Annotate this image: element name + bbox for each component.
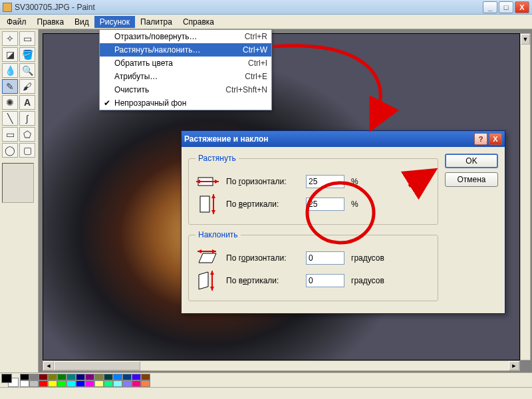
tool-roundrect[interactable]: ▢: [19, 143, 35, 158]
menu-help[interactable]: Справка: [178, 16, 219, 28]
color-swatch[interactable]: [132, 380, 141, 387]
color-swatch[interactable]: [122, 380, 132, 387]
svg-marker-6: [211, 194, 215, 198]
color-swatch[interactable]: [113, 374, 122, 380]
window-title: SV300705.JPG - Paint: [15, 3, 95, 12]
app-icon: [3, 3, 12, 12]
image-menu-dropdown: Отразить/повернуть…Ctrl+R Растянуть/накл…: [99, 29, 272, 110]
menu-item-attributes[interactable]: Атрибуты…Ctrl+E: [100, 70, 271, 83]
maximize-button[interactable]: □: [499, 1, 513, 13]
statusbar: [0, 387, 532, 399]
tool-polygon[interactable]: ⬠: [19, 127, 35, 142]
stretch-skew-dialog: Растяжение и наклон ? X Растянуть По гор…: [181, 130, 505, 314]
skew-h-input[interactable]: [306, 251, 344, 265]
stretch-h-icon: [196, 172, 219, 191]
menu-file[interactable]: Файл: [1, 16, 32, 28]
tool-fill[interactable]: 🪣: [19, 47, 35, 62]
foreground-color-swatch[interactable]: [1, 374, 12, 383]
color-swatch[interactable]: [29, 380, 39, 387]
stretch-h-input[interactable]: [306, 175, 344, 188]
skew-v-input[interactable]: [306, 274, 344, 287]
color-swatch[interactable]: [66, 380, 76, 387]
menu-item-flip-rotate[interactable]: Отразить/повернуть…Ctrl+R: [100, 30, 271, 43]
tool-ellipse[interactable]: ◯: [2, 143, 18, 158]
color-swatch[interactable]: [20, 380, 29, 387]
color-swatch[interactable]: [57, 374, 66, 380]
tool-zoom[interactable]: 🔍: [19, 63, 35, 78]
menu-item-opaque-bg[interactable]: ✔ Непрозрачный фон: [100, 96, 271, 110]
toolbox: ✧ ▭ ◪ 🪣 💧 🔍 ✎ 🖌 ✺ A ╲ ∫ ▭ ⬠ ◯ ▢: [0, 29, 39, 372]
stretch-group: Растянуть По горизонтали: % По вертикали…: [188, 154, 438, 225]
tool-rect[interactable]: ▭: [2, 127, 18, 142]
color-swatch[interactable]: [66, 374, 76, 380]
svg-marker-7: [211, 210, 215, 214]
color-swatch[interactable]: [104, 374, 113, 380]
color-swatch[interactable]: [85, 374, 94, 380]
color-swatch[interactable]: [39, 380, 48, 387]
tool-line[interactable]: ╲: [2, 111, 18, 126]
menu-view[interactable]: Вид: [69, 16, 94, 28]
tool-freeform-select[interactable]: ✧: [2, 31, 18, 46]
degrees-label: градусов: [351, 276, 384, 285]
dialog-titlebar[interactable]: Растяжение и наклон ? X: [182, 131, 505, 147]
color-swatch[interactable]: [20, 374, 29, 380]
color-swatch[interactable]: [57, 380, 66, 387]
scroll-thumb-h[interactable]: [54, 361, 140, 370]
color-swatch[interactable]: [113, 380, 122, 387]
tool-eraser[interactable]: ◪: [2, 47, 18, 62]
scroll-right-arrow[interactable]: ►: [509, 361, 519, 370]
menu-edit[interactable]: Правка: [32, 16, 70, 28]
color-swatch[interactable]: [48, 380, 57, 387]
menu-item-clear[interactable]: ОчиститьCtrl+Shft+N: [100, 83, 271, 96]
stretch-v-input[interactable]: [306, 198, 344, 211]
minimize-button[interactable]: _: [483, 1, 497, 13]
color-swatch[interactable]: [39, 374, 48, 380]
svg-marker-8: [199, 253, 216, 263]
scroll-left-arrow[interactable]: ◄: [43, 361, 54, 370]
menu-item-stretch-skew[interactable]: Растянуть/наклонить…Ctrl+W: [100, 43, 271, 57]
color-swatch[interactable]: [48, 374, 57, 380]
menu-image[interactable]: Рисунок: [94, 16, 135, 28]
tool-pencil[interactable]: ✎: [2, 79, 18, 94]
scrollbar-horizontal[interactable]: ◄ ►: [43, 360, 520, 371]
color-swatch[interactable]: [104, 380, 113, 387]
svg-marker-10: [212, 249, 216, 253]
scroll-down-arrow[interactable]: ▼: [521, 34, 530, 45]
skew-v-icon: [196, 271, 219, 290]
window-titlebar: SV300705.JPG - Paint _ □ X: [0, 0, 532, 15]
color-swatch[interactable]: [76, 380, 85, 387]
check-icon: ✔: [104, 98, 110, 108]
ok-button[interactable]: OK: [445, 154, 498, 168]
tool-spray[interactable]: ✺: [2, 95, 18, 110]
color-swatch[interactable]: [141, 374, 150, 380]
menubar: Файл Правка Вид Рисунок Палитра Справка: [0, 15, 532, 29]
skew-group: Наклонить По горизонтали: градусов По ве…: [188, 230, 438, 301]
current-colors[interactable]: [1, 374, 19, 387]
tool-picker[interactable]: 💧: [2, 63, 18, 78]
percent-label: %: [351, 200, 358, 209]
color-swatch[interactable]: [29, 374, 39, 380]
tool-text[interactable]: A: [19, 95, 35, 110]
scrollbar-vertical[interactable]: ▼: [520, 33, 531, 360]
stretch-legend: Растянуть: [196, 154, 239, 163]
close-button[interactable]: X: [515, 1, 529, 13]
menu-palette[interactable]: Палитра: [135, 16, 178, 28]
menu-item-invert-colors[interactable]: Обратить цветаCtrl+I: [100, 57, 271, 70]
tool-brush[interactable]: 🖌: [19, 79, 35, 94]
color-swatch[interactable]: [132, 374, 141, 380]
dialog-help-button[interactable]: ?: [474, 133, 487, 145]
tool-rect-select[interactable]: ▭: [19, 31, 35, 46]
color-swatch[interactable]: [122, 374, 132, 380]
skew-legend: Наклонить: [196, 230, 241, 239]
cancel-button[interactable]: Отмена: [445, 172, 498, 187]
color-swatch[interactable]: [76, 374, 85, 380]
skew-v-label: По вертикали:: [226, 276, 299, 285]
stretch-h-label: По горизонтали:: [226, 177, 299, 186]
dialog-close-button[interactable]: X: [489, 133, 502, 145]
color-swatch[interactable]: [94, 380, 104, 387]
color-swatch[interactable]: [85, 380, 94, 387]
color-swatch[interactable]: [94, 374, 104, 380]
color-swatch[interactable]: [141, 380, 150, 387]
svg-marker-15: [210, 287, 214, 291]
tool-curve[interactable]: ∫: [19, 111, 35, 126]
